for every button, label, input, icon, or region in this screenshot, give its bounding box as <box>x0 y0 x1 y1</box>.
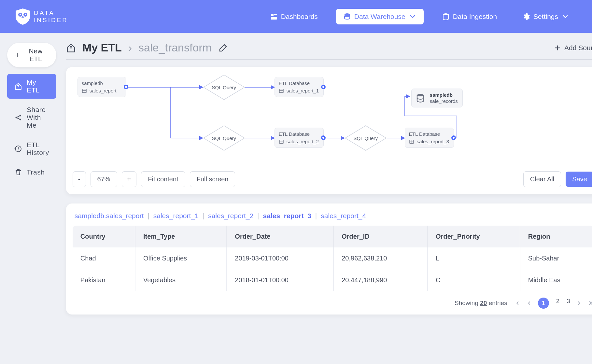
result-tab[interactable]: sales_report_1 <box>153 212 199 220</box>
nav-settings[interactable]: Settings <box>515 9 576 24</box>
table-header[interactable]: Order_Priority <box>428 226 520 247</box>
node-port[interactable] <box>321 85 326 89</box>
share-icon <box>14 114 22 121</box>
flow-area[interactable]: sampledb sales_report SQL Query ETL Data… <box>73 74 592 168</box>
save-button[interactable]: Save <box>566 172 592 187</box>
sidebar-item-my-etl[interactable]: My ETL <box>7 74 56 99</box>
table-icon <box>279 88 284 93</box>
svg-rect-5 <box>274 14 277 15</box>
database-icon <box>343 13 351 21</box>
home-up-icon <box>66 43 76 53</box>
zoom-out-button[interactable]: - <box>73 171 86 187</box>
owl-shield-icon <box>16 8 30 25</box>
breadcrumb-separator: › <box>128 41 132 54</box>
result-tab[interactable]: sales_report_4 <box>321 212 366 220</box>
result-tab[interactable]: sales_report_3 <box>263 212 311 220</box>
result-tab[interactable]: sales_report_2 <box>208 212 253 220</box>
chevron-left-icon[interactable] <box>526 300 532 306</box>
breadcrumb-node: sale_transform <box>138 41 212 54</box>
table-row[interactable]: PakistanVegetables2018-01-01T00:0020,447… <box>73 269 592 291</box>
chevron-left-icon[interactable] <box>514 300 520 306</box>
gear-icon <box>522 13 530 21</box>
page-number[interactable]: 3 <box>567 298 570 309</box>
svg-rect-7 <box>271 17 277 20</box>
chevron-down-icon <box>409 13 416 21</box>
node-port[interactable] <box>124 85 128 89</box>
history-icon <box>14 145 22 153</box>
nav-data-ingestion[interactable]: Data Ingestion <box>435 9 504 24</box>
node-port[interactable] <box>451 135 456 140</box>
database-icon <box>416 93 425 103</box>
entries-info: Showing 20 entries <box>455 300 507 307</box>
nav-data-warehouse[interactable]: Data Warehouse <box>336 9 424 24</box>
topbar: DATA INSIDER Dashboards Data Warehouse D… <box>0 0 592 33</box>
trash-icon <box>14 168 22 176</box>
svg-rect-20 <box>410 140 414 143</box>
page-number[interactable]: 1 <box>538 298 549 309</box>
sidebar: New ETL My ETL Share With Me ETL History… <box>0 33 63 364</box>
plus-icon <box>554 44 561 51</box>
flow-node-sql-query-2[interactable]: SQL Query <box>203 125 245 151</box>
sidebar-item-history[interactable]: ETL History <box>7 136 56 161</box>
zoom-in-button[interactable]: + <box>122 171 137 187</box>
add-source-button[interactable]: Add Source <box>554 44 592 52</box>
flow-node-db3[interactable]: ETL Database sales_report_3 <box>405 128 454 148</box>
new-etl-button[interactable]: New ETL <box>7 43 56 67</box>
table-header[interactable]: Country <box>73 226 135 247</box>
sidebar-item-trash[interactable]: Trash <box>7 164 56 181</box>
flow-node-db2[interactable]: ETL Database sales_report_2 <box>275 128 324 148</box>
table-icon <box>409 139 414 144</box>
results-table: CountryItem_TypeOrder_DateOrder_IDOrder_… <box>73 226 592 291</box>
svg-point-16 <box>417 94 424 97</box>
results-panel: sampledb.sales_report | sales_report_1 |… <box>66 203 592 315</box>
plus-icon <box>14 51 20 59</box>
etl-canvas: sampledb sales_report SQL Query ETL Data… <box>66 67 592 194</box>
breadcrumb-row: My ETL › sale_transform Add Source <box>66 41 592 60</box>
table-header[interactable]: Order_Date <box>227 226 333 247</box>
home-up-icon <box>14 82 22 90</box>
breadcrumb-root[interactable]: My ETL <box>82 41 122 54</box>
database-icon <box>442 13 450 21</box>
node-port[interactable] <box>321 135 326 140</box>
chevron-down-icon <box>561 13 569 21</box>
svg-rect-13 <box>82 89 86 92</box>
dashboard-icon <box>270 13 278 21</box>
nav-dashboards[interactable]: Dashboards <box>263 9 325 24</box>
flow-node-source[interactable]: sampledb sales_report <box>78 77 126 97</box>
svg-rect-6 <box>274 16 277 16</box>
flow-wires <box>73 74 592 168</box>
table-header[interactable]: Region <box>520 226 592 247</box>
clear-all-button[interactable]: Clear All <box>523 171 561 187</box>
brand-line-1: DATA <box>34 9 68 17</box>
zoom-level[interactable]: 67% <box>91 171 117 187</box>
result-tabs: sampledb.sales_report | sales_report_1 |… <box>73 212 592 220</box>
svg-point-3 <box>25 14 26 15</box>
table-row[interactable]: ChadOffice Supplies2019-03-01T00:0020,96… <box>73 247 592 269</box>
chevrons-right-icon[interactable] <box>588 300 592 306</box>
fit-content-button[interactable]: Fit content <box>141 171 185 187</box>
flow-node-sql-query-1[interactable]: SQL Query <box>203 74 245 100</box>
svg-rect-4 <box>271 14 274 16</box>
table-icon <box>279 139 284 144</box>
table-header[interactable]: Item_Type <box>135 226 227 247</box>
edit-icon[interactable] <box>218 43 228 53</box>
svg-point-9 <box>443 13 448 15</box>
page-number[interactable]: 2 <box>556 298 560 309</box>
chevron-right-icon[interactable] <box>576 300 582 306</box>
sidebar-item-share[interactable]: Share With Me <box>7 101 56 134</box>
pager: 123 <box>514 298 592 309</box>
result-tab[interactable]: sampledb.sales_report <box>75 212 144 220</box>
logo: DATA INSIDER <box>16 8 68 25</box>
table-header[interactable]: Order_ID <box>333 226 428 247</box>
full-screen-button[interactable]: Full screen <box>190 171 235 187</box>
flow-node-destination[interactable]: sampledb sale_records <box>411 89 463 107</box>
brand-line-2: INSIDER <box>34 17 68 24</box>
svg-rect-15 <box>279 89 283 92</box>
svg-point-2 <box>20 14 21 15</box>
svg-rect-18 <box>279 140 283 143</box>
canvas-toolbar: - 67% + Fit content Full screen Clear Al… <box>73 171 592 187</box>
flow-node-db1[interactable]: ETL Database sales_report_1 <box>275 77 324 97</box>
table-icon <box>82 88 87 93</box>
flow-node-sql-query-3[interactable]: SQL Query <box>345 125 387 151</box>
